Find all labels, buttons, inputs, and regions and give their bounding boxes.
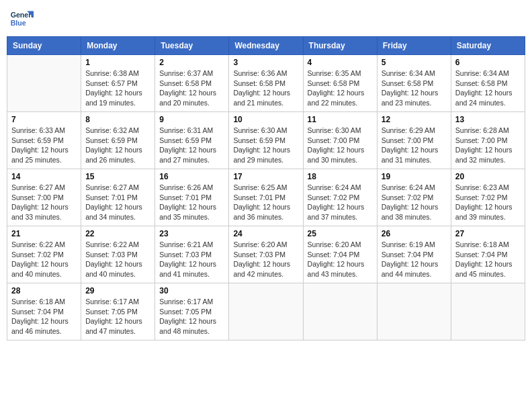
day-number: 3 [233,58,298,67]
day-number: 22 [85,229,150,238]
day-number: 19 [382,172,447,181]
calendar-cell: 26Sunrise: 6:19 AM Sunset: 7:04 PM Dayli… [377,226,451,283]
calendar-cell: 20Sunrise: 6:23 AM Sunset: 7:02 PM Dayli… [451,169,525,226]
calendar-cell [451,283,525,340]
day-info: Sunrise: 6:34 AM Sunset: 6:58 PM Dayligh… [382,68,447,108]
day-info: Sunrise: 6:38 AM Sunset: 6:57 PM Dayligh… [85,68,150,108]
day-number: 10 [233,115,298,124]
day-number: 25 [308,229,373,238]
calendar-cell: 22Sunrise: 6:22 AM Sunset: 7:03 PM Dayli… [81,226,155,283]
weekday-header-wednesday: Wednesday [229,37,303,55]
calendar-cell: 29Sunrise: 6:17 AM Sunset: 7:05 PM Dayli… [81,283,155,340]
calendar-cell: 2Sunrise: 6:37 AM Sunset: 6:58 PM Daylig… [155,55,229,112]
logo-icon: General Blue [9,7,34,31]
day-number: 9 [159,115,224,124]
calendar-cell [377,283,451,340]
day-info: Sunrise: 6:31 AM Sunset: 6:59 PM Dayligh… [159,126,224,165]
day-number: 26 [382,229,447,238]
day-number: 29 [85,286,150,295]
calendar-cell: 17Sunrise: 6:25 AM Sunset: 7:01 PM Dayli… [229,169,303,226]
calendar-cell: 30Sunrise: 6:17 AM Sunset: 7:05 PM Dayli… [155,283,229,340]
day-number: 23 [159,229,224,238]
day-info: Sunrise: 6:22 AM Sunset: 7:02 PM Dayligh… [11,240,77,279]
day-number: 20 [455,172,521,181]
day-info: Sunrise: 6:19 AM Sunset: 7:04 PM Dayligh… [382,240,447,279]
calendar-week-row: 21Sunrise: 6:22 AM Sunset: 7:02 PM Dayli… [7,226,525,283]
page-header: General Blue [7,7,525,31]
day-number: 16 [159,172,224,181]
calendar-week-row: 28Sunrise: 6:18 AM Sunset: 7:04 PM Dayli… [7,283,525,340]
weekday-header-monday: Monday [81,37,155,55]
calendar-week-row: 14Sunrise: 6:27 AM Sunset: 7:00 PM Dayli… [7,169,525,226]
day-info: Sunrise: 6:26 AM Sunset: 7:01 PM Dayligh… [159,183,224,222]
weekday-header-sunday: Sunday [7,37,81,55]
svg-text:Blue: Blue [11,19,26,27]
calendar-cell: 1Sunrise: 6:38 AM Sunset: 6:57 PM Daylig… [81,55,155,112]
day-info: Sunrise: 6:33 AM Sunset: 6:59 PM Dayligh… [11,126,77,165]
calendar-cell: 12Sunrise: 6:29 AM Sunset: 7:00 PM Dayli… [377,112,451,169]
calendar-table: SundayMondayTuesdayWednesdayThursdayFrid… [7,36,525,340]
day-number: 4 [308,58,373,67]
day-number: 21 [11,229,77,238]
calendar-cell: 19Sunrise: 6:24 AM Sunset: 7:02 PM Dayli… [377,169,451,226]
day-info: Sunrise: 6:32 AM Sunset: 6:59 PM Dayligh… [85,126,150,165]
day-info: Sunrise: 6:37 AM Sunset: 6:58 PM Dayligh… [159,68,224,108]
calendar-week-row: 7Sunrise: 6:33 AM Sunset: 6:59 PM Daylig… [7,112,525,169]
calendar-cell: 11Sunrise: 6:30 AM Sunset: 7:00 PM Dayli… [303,112,377,169]
day-number: 17 [233,172,298,181]
calendar-cell: 9Sunrise: 6:31 AM Sunset: 6:59 PM Daylig… [155,112,229,169]
logo: General Blue [9,7,36,31]
calendar-cell [7,55,81,112]
calendar-cell: 5Sunrise: 6:34 AM Sunset: 6:58 PM Daylig… [377,55,451,112]
calendar-cell: 7Sunrise: 6:33 AM Sunset: 6:59 PM Daylig… [7,112,81,169]
calendar-cell: 18Sunrise: 6:24 AM Sunset: 7:02 PM Dayli… [303,169,377,226]
day-info: Sunrise: 6:27 AM Sunset: 7:01 PM Dayligh… [85,183,150,222]
day-number: 6 [455,58,521,67]
day-number: 5 [382,58,447,67]
day-info: Sunrise: 6:30 AM Sunset: 7:00 PM Dayligh… [308,126,373,165]
weekday-header-row: SundayMondayTuesdayWednesdayThursdayFrid… [7,37,525,55]
day-info: Sunrise: 6:29 AM Sunset: 7:00 PM Dayligh… [382,126,447,165]
day-number: 14 [11,172,77,181]
day-number: 18 [308,172,373,181]
calendar-cell: 23Sunrise: 6:21 AM Sunset: 7:03 PM Dayli… [155,226,229,283]
calendar-cell: 3Sunrise: 6:36 AM Sunset: 6:58 PM Daylig… [229,55,303,112]
day-number: 30 [159,286,224,295]
day-number: 8 [85,115,150,124]
calendar-cell: 27Sunrise: 6:18 AM Sunset: 7:04 PM Dayli… [451,226,525,283]
day-number: 28 [11,286,77,295]
day-number: 13 [455,115,521,124]
day-number: 15 [85,172,150,181]
calendar-cell [229,283,303,340]
calendar-cell: 6Sunrise: 6:34 AM Sunset: 6:58 PM Daylig… [451,55,525,112]
day-info: Sunrise: 6:22 AM Sunset: 7:03 PM Dayligh… [85,240,150,279]
day-info: Sunrise: 6:17 AM Sunset: 7:05 PM Dayligh… [85,297,150,336]
day-info: Sunrise: 6:28 AM Sunset: 7:00 PM Dayligh… [455,126,521,165]
calendar-week-row: 1Sunrise: 6:38 AM Sunset: 6:57 PM Daylig… [7,55,525,112]
day-number: 2 [159,58,224,67]
day-info: Sunrise: 6:36 AM Sunset: 6:58 PM Dayligh… [233,68,298,108]
day-number: 24 [233,229,298,238]
day-number: 12 [382,115,447,124]
calendar-cell: 10Sunrise: 6:30 AM Sunset: 6:59 PM Dayli… [229,112,303,169]
calendar-cell: 4Sunrise: 6:35 AM Sunset: 6:58 PM Daylig… [303,55,377,112]
day-info: Sunrise: 6:27 AM Sunset: 7:00 PM Dayligh… [11,183,77,222]
calendar-cell: 8Sunrise: 6:32 AM Sunset: 6:59 PM Daylig… [81,112,155,169]
day-info: Sunrise: 6:21 AM Sunset: 7:03 PM Dayligh… [159,240,224,279]
day-number: 7 [11,115,77,124]
weekday-header-thursday: Thursday [303,37,377,55]
day-info: Sunrise: 6:18 AM Sunset: 7:04 PM Dayligh… [455,240,521,279]
day-info: Sunrise: 6:34 AM Sunset: 6:58 PM Dayligh… [455,68,521,108]
day-info: Sunrise: 6:35 AM Sunset: 6:58 PM Dayligh… [308,68,373,108]
calendar-cell: 24Sunrise: 6:20 AM Sunset: 7:03 PM Dayli… [229,226,303,283]
calendar-cell: 14Sunrise: 6:27 AM Sunset: 7:00 PM Dayli… [7,169,81,226]
calendar-cell: 25Sunrise: 6:20 AM Sunset: 7:04 PM Dayli… [303,226,377,283]
day-info: Sunrise: 6:20 AM Sunset: 7:03 PM Dayligh… [233,240,298,279]
weekday-header-friday: Friday [377,37,451,55]
day-info: Sunrise: 6:24 AM Sunset: 7:02 PM Dayligh… [308,183,373,222]
calendar-cell: 15Sunrise: 6:27 AM Sunset: 7:01 PM Dayli… [81,169,155,226]
calendar-cell: 28Sunrise: 6:18 AM Sunset: 7:04 PM Dayli… [7,283,81,340]
day-number: 1 [85,58,150,67]
day-info: Sunrise: 6:18 AM Sunset: 7:04 PM Dayligh… [11,297,77,336]
day-info: Sunrise: 6:25 AM Sunset: 7:01 PM Dayligh… [233,183,298,222]
